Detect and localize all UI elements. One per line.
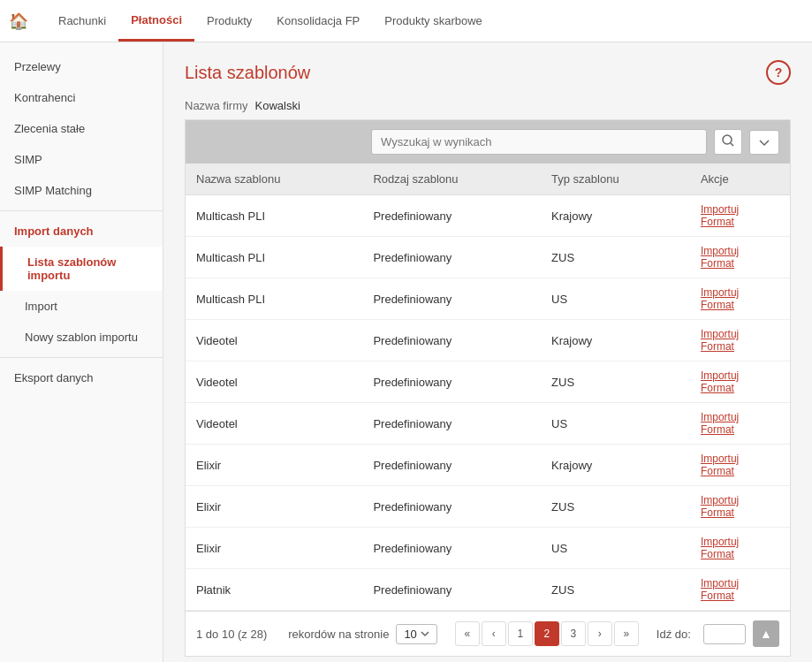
- sidebar-section-import: Import danych: [0, 216, 163, 247]
- cell-subtype: ZUS: [541, 569, 690, 611]
- cell-name: Elixir: [186, 486, 362, 528]
- cell-name: Elixir: [186, 528, 362, 569]
- format-link[interactable]: Format: [701, 257, 779, 270]
- table-row: Elixir Predefiniowany ZUS Importuj Forma…: [186, 486, 790, 528]
- arrow-up-icon: ▲: [760, 627, 772, 641]
- cell-type: Predefiniowany: [362, 237, 541, 278]
- records-label: rekordów na stronie: [288, 628, 389, 641]
- import-link[interactable]: Importuj: [701, 453, 779, 465]
- search-input[interactable]: [371, 129, 707, 155]
- nav-konsolidacja[interactable]: Konsolidacja FP: [264, 2, 372, 40]
- page-btn-»[interactable]: »: [614, 621, 639, 646]
- top-nav: 🏠 Rachunki Płatności Produkty Konsolidac…: [0, 0, 812, 42]
- nav-rachunki[interactable]: Rachunki: [46, 2, 118, 40]
- help-icon[interactable]: ?: [766, 60, 791, 85]
- cell-subtype: ZUS: [541, 361, 690, 403]
- cell-type: Predefiniowany: [362, 195, 541, 237]
- col-header-subtype: Typ szablonu: [541, 164, 690, 195]
- goto-label: Idź do:: [656, 628, 691, 641]
- import-link[interactable]: Importuj: [701, 411, 779, 423]
- format-link[interactable]: Format: [701, 340, 779, 353]
- pagination-info: 1 do 10 (z 28): [196, 628, 267, 641]
- cell-subtype: US: [541, 278, 690, 320]
- cell-type: Predefiniowany: [362, 320, 541, 361]
- nav-platnosci[interactable]: Płatności: [118, 1, 194, 42]
- sidebar-item-simp-matching[interactable]: SIMP Matching: [0, 175, 163, 206]
- cell-subtype: Krajowy: [541, 195, 690, 237]
- import-link[interactable]: Importuj: [701, 328, 779, 340]
- cell-type: Predefiniowany: [362, 445, 541, 486]
- format-link[interactable]: Format: [701, 590, 779, 602]
- sidebar-divider-2: [0, 357, 163, 358]
- sidebar-item-zlecenia[interactable]: Zlecenia stałe: [0, 113, 163, 144]
- table-header-row: Nazwa szablonu Rodzaj szablonu Typ szabl…: [186, 164, 790, 195]
- format-link[interactable]: Format: [701, 423, 779, 436]
- table-row: Płatnik Predefiniowany ZUS Importuj Form…: [186, 569, 790, 611]
- import-link[interactable]: Importuj: [701, 286, 779, 299]
- format-link[interactable]: Format: [701, 465, 779, 477]
- scroll-top-button[interactable]: ▲: [753, 620, 779, 647]
- filter-bar: Nazwa firmy Kowalski: [185, 99, 791, 112]
- filter-dropdown-button[interactable]: [749, 130, 779, 155]
- table-row: Elixir Predefiniowany Krajowy Importuj F…: [186, 445, 790, 486]
- nav-produkty-skarbowe[interactable]: Produkty skarbowe: [372, 2, 495, 40]
- sidebar: Przelewy Kontrahenci Zlecenia stałe SIMP…: [0, 42, 163, 662]
- search-button[interactable]: [714, 129, 742, 155]
- page-btn-«[interactable]: «: [455, 621, 480, 646]
- sidebar-item-nowy-szablon[interactable]: Nowy szablon importu: [0, 322, 163, 353]
- nav-produkty[interactable]: Produkty: [194, 2, 264, 40]
- main-content: Lista szablonów ? Nazwa firmy Kowalski: [163, 42, 812, 662]
- table-body: Multicash PLI Predefiniowany Krajowy Imp…: [186, 195, 790, 611]
- page-header: Lista szablonów ?: [185, 60, 791, 85]
- page-title: Lista szablonów: [185, 63, 310, 83]
- page-btn-1[interactable]: 1: [508, 621, 533, 646]
- cell-actions: Importuj Format: [690, 528, 790, 569]
- import-link[interactable]: Importuj: [701, 245, 779, 257]
- table-row: Videotel Predefiniowany Krajowy Importuj…: [186, 320, 790, 361]
- cell-actions: Importuj Format: [690, 361, 790, 403]
- table-row: Multicash PLI Predefiniowany US Importuj…: [186, 278, 790, 320]
- col-header-type: Rodzaj szablonu: [362, 164, 541, 195]
- import-link[interactable]: Importuj: [701, 494, 779, 506]
- import-link[interactable]: Importuj: [701, 369, 779, 382]
- templates-table: Nazwa szablonu Rodzaj szablonu Typ szabl…: [186, 164, 790, 611]
- page-btn-›[interactable]: ›: [588, 621, 612, 646]
- import-link[interactable]: Importuj: [701, 577, 779, 590]
- import-link[interactable]: Importuj: [701, 203, 779, 216]
- format-link[interactable]: Format: [701, 382, 779, 394]
- sidebar-item-simp[interactable]: SIMP: [0, 144, 163, 175]
- sidebar-divider: [0, 210, 163, 211]
- page-btn-3[interactable]: 3: [561, 621, 586, 646]
- cell-type: Predefiniowany: [362, 403, 541, 445]
- sidebar-item-lista-szablonow[interactable]: Lista szablonów importu: [0, 247, 163, 291]
- cell-name: Płatnik: [186, 569, 362, 611]
- sidebar-item-import[interactable]: Import: [0, 291, 163, 322]
- sidebar-item-przelewy[interactable]: Przelewy: [0, 51, 163, 82]
- format-link[interactable]: Format: [701, 548, 779, 560]
- pagination-bar: 1 do 10 (z 28) rekordów na stronie 10 «‹…: [186, 611, 790, 656]
- sidebar-item-kontrahenci[interactable]: Kontrahenci: [0, 82, 163, 113]
- search-icon: [722, 134, 734, 147]
- format-link[interactable]: Format: [701, 299, 779, 311]
- cell-name: Multicash PLI: [186, 278, 362, 320]
- records-dropdown[interactable]: 10: [396, 624, 436, 644]
- format-link[interactable]: Format: [701, 216, 779, 228]
- cell-type: Predefiniowany: [362, 486, 541, 528]
- col-header-name: Nazwa szablonu: [186, 164, 362, 195]
- cell-name: Multicash PLI: [186, 195, 362, 237]
- cell-type: Predefiniowany: [362, 278, 541, 320]
- format-link[interactable]: Format: [701, 506, 779, 519]
- home-icon[interactable]: 🏠: [9, 11, 28, 31]
- table-row: Elixir Predefiniowany US Importuj Format: [186, 528, 790, 569]
- cell-actions: Importuj Format: [690, 320, 790, 361]
- page-btn-‹[interactable]: ‹: [482, 621, 506, 646]
- cell-subtype: US: [541, 528, 690, 569]
- page-btn-2[interactable]: 2: [535, 621, 559, 646]
- cell-name: Videotel: [186, 403, 362, 445]
- import-link[interactable]: Importuj: [701, 536, 779, 548]
- page-buttons: «‹123›»: [455, 621, 639, 646]
- goto-input[interactable]: [703, 624, 746, 644]
- cell-name: Videotel: [186, 361, 362, 403]
- sidebar-item-eksport[interactable]: Eksport danych: [0, 362, 163, 393]
- cell-name: Multicash PLI: [186, 237, 362, 278]
